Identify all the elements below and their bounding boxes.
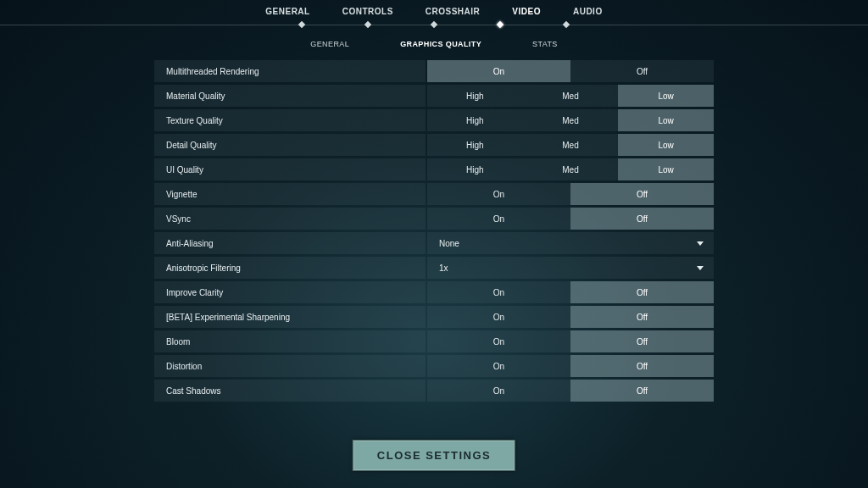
setting-row: Multithreaded RenderingOnOff [154,60,714,82]
setting-label: Texture Quality [154,109,426,131]
option-button[interactable]: On [427,60,570,82]
setting-label: Multithreaded Rendering [154,60,426,82]
setting-label: Bloom [154,330,426,352]
option-button[interactable]: On [427,355,570,377]
dropdown-value: 1x [439,263,448,273]
setting-options: HighMedLow [427,85,714,107]
option-button[interactable]: Low [618,85,714,107]
tab-audio[interactable]: AUDIO [573,7,603,16]
option-button[interactable]: Off [570,208,714,230]
setting-row: VignetteOnOff [154,183,714,205]
option-button[interactable]: On [427,183,570,205]
setting-dropdown[interactable]: None [427,232,714,254]
close-settings-button[interactable]: CLOSE SETTINGS [353,440,515,471]
setting-options: OnOff [427,60,714,82]
secondary-tabs: GENERALGRAPHICS QUALITYSTATS [0,40,868,48]
diamond-icon [497,21,504,28]
setting-options: OnOff [427,380,714,402]
setting-row: VSyncOnOff [154,208,714,230]
setting-row: DistortionOnOff [154,355,714,377]
setting-options: HighMedLow [427,158,714,180]
option-button[interactable]: On [427,281,570,303]
setting-label: Anti-Aliasing [154,232,426,254]
setting-row: Improve ClarityOnOff [154,281,714,303]
option-button[interactable]: Med [523,134,619,156]
subtab-stats[interactable]: STATS [532,40,558,48]
option-button[interactable]: High [427,85,523,107]
setting-label: VSync [154,208,426,230]
setting-row: Texture QualityHighMedLow [154,109,714,131]
option-button[interactable]: High [427,134,523,156]
setting-row: [BETA] Experimental SharpeningOnOff [154,306,714,328]
setting-options: HighMedLow [427,109,714,131]
diamond-icon [298,21,305,28]
diamond-icon [364,21,371,28]
subtab-graphics-quality[interactable]: GRAPHICS QUALITY [400,40,481,48]
setting-label: Improve Clarity [154,281,426,303]
option-button[interactable]: Off [570,380,714,402]
setting-options: OnOff [427,281,714,303]
tab-video[interactable]: VIDEO [512,7,541,16]
option-button[interactable]: Low [618,158,714,180]
setting-options: OnOff [427,208,714,230]
tab-controls[interactable]: CONTROLS [342,7,393,16]
option-button[interactable]: Off [570,330,714,352]
option-button[interactable]: Med [523,85,619,107]
setting-label: [BETA] Experimental Sharpening [154,306,426,328]
option-button[interactable]: Med [523,109,619,131]
option-button[interactable]: Off [570,355,714,377]
option-button[interactable]: On [427,380,570,402]
setting-options: OnOff [427,306,714,328]
diamond-icon [563,21,570,28]
diamond-icon [431,21,437,28]
option-button[interactable]: High [427,158,523,180]
setting-options: OnOff [427,183,714,205]
setting-row: Anisotropic Filtering1x [154,257,714,279]
chevron-down-icon [697,266,704,270]
setting-label: Detail Quality [154,134,426,156]
setting-options: HighMedLow [427,134,714,156]
chevron-down-icon [697,241,704,246]
setting-label: Cast Shadows [154,380,426,402]
setting-label: Anisotropic Filtering [154,257,426,279]
setting-label: Material Quality [154,85,426,107]
setting-row: Cast ShadowsOnOff [154,380,714,402]
setting-dropdown[interactable]: 1x [427,257,714,279]
setting-options: OnOff [427,330,714,352]
settings-list: Multithreaded RenderingOnOffMaterial Qua… [154,60,714,402]
setting-row: Detail QualityHighMedLow [154,134,714,156]
tab-general[interactable]: GENERAL [265,7,309,16]
option-button[interactable]: Off [570,281,714,303]
setting-label: Distortion [154,355,426,377]
option-button[interactable]: High [427,109,523,131]
setting-row: UI QualityHighMedLow [154,158,714,180]
setting-row: Anti-AliasingNone [154,232,714,254]
subtab-general[interactable]: GENERAL [310,40,349,48]
option-button[interactable]: Low [618,109,714,131]
setting-options: OnOff [427,355,714,377]
primary-tabs: GENERALCONTROLSCROSSHAIRVIDEOAUDIO [0,0,868,16]
option-button[interactable]: On [427,306,570,328]
option-button[interactable]: Med [523,158,619,180]
option-button[interactable]: Off [570,60,714,82]
option-button[interactable]: Off [570,306,714,328]
tab-divider [0,21,868,30]
tab-crosshair[interactable]: CROSSHAIR [426,7,481,16]
option-button[interactable]: Low [618,134,714,156]
dropdown-value: None [439,239,459,248]
setting-label: UI Quality [154,158,426,180]
setting-label: Vignette [154,183,426,205]
setting-row: BloomOnOff [154,330,714,352]
option-button[interactable]: On [427,208,570,230]
setting-row: Material QualityHighMedLow [154,85,714,107]
option-button[interactable]: On [427,330,570,352]
option-button[interactable]: Off [570,183,714,205]
